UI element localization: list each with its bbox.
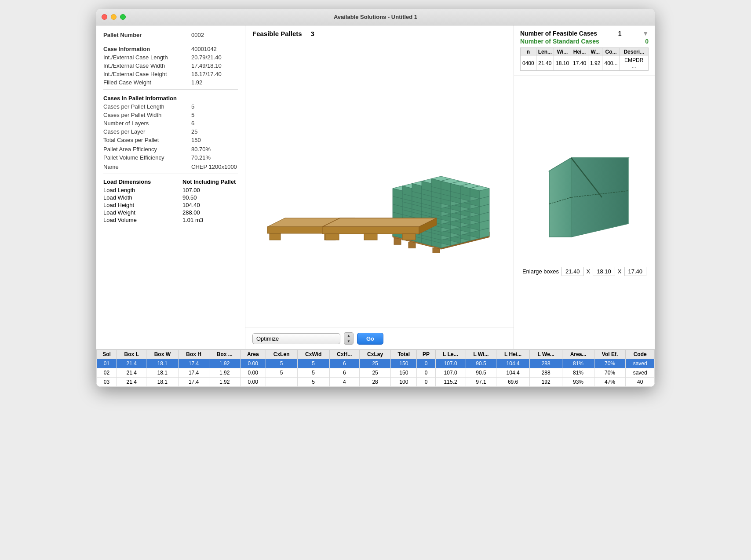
- bottom-table-header-cell: Code: [626, 350, 655, 359]
- cases-table-row[interactable]: 040021.4018.1017.401.92400...EMPDR ...: [521, 56, 649, 71]
- go-button[interactable]: Go: [357, 333, 383, 345]
- table-cell: 1.92: [209, 378, 240, 387]
- stepper-control[interactable]: ▲ ▼: [344, 332, 354, 345]
- int-ext-width-value: 17.49/18.10: [191, 62, 222, 69]
- table-cell: 17.4: [179, 368, 209, 378]
- cases-table-body: 040021.4018.1017.401.92400...EMPDR ...: [521, 56, 649, 71]
- center-bottom-bar: Optimize ▲ ▼ Go: [245, 327, 514, 349]
- table-cell: [266, 378, 297, 387]
- load-length-row: Load Length 107.00 120.00: [103, 187, 238, 193]
- bottom-table: SolBox LBox WBox HBox ...AreaCxLenCxWidC…: [96, 349, 655, 387]
- optimize-select[interactable]: Optimize: [252, 333, 340, 344]
- pallet-wooden-base: [322, 218, 437, 240]
- load-weight-label: Load Weight: [103, 209, 182, 216]
- table-cell: 17.4: [179, 378, 209, 387]
- bottom-table-header-cell: PP: [417, 350, 435, 359]
- bottom-table-header-cell: Box ...: [209, 350, 240, 359]
- bottom-table-header-cell: CxH...: [329, 350, 359, 359]
- titlebar: Available Solutions - Untitled 1: [96, 9, 655, 25]
- name-label: Name: [103, 164, 191, 170]
- standard-cases-count: 0: [645, 38, 649, 45]
- svg-rect-9: [326, 234, 339, 240]
- table-cell: 104.4: [496, 368, 530, 378]
- close-button[interactable]: [102, 14, 107, 20]
- enlarge-x3-value[interactable]: 17.40: [624, 267, 647, 276]
- table-row[interactable]: 0221.418.117.41.920.00556251500107.090.5…: [97, 368, 655, 378]
- table-cell: 01: [97, 359, 117, 368]
- total-cases-row: Total Cases per Pallet 150: [103, 137, 238, 143]
- bottom-table-header-cell: L Hei...: [496, 350, 530, 359]
- load-dimensions-section: Load Dimensions Not Including Pallet Inc…: [103, 178, 238, 223]
- load-height-row: Load Height 104.40 118.90: [103, 202, 238, 208]
- number-layers-value: 6: [191, 120, 194, 127]
- dropdown-arrow-icon[interactable]: ▼: [642, 30, 649, 37]
- case-information-row: Case Information 40001042: [103, 46, 238, 52]
- cases-table-header: nLen...Wi...Hei...W...Co...Descri...: [521, 48, 649, 56]
- bottom-table-body: 0121.418.117.41.920.00556251500107.090.5…: [97, 359, 655, 387]
- load-dimensions-header-row: Load Dimensions Not Including Pallet Inc…: [103, 178, 238, 185]
- minimize-button[interactable]: [111, 14, 117, 20]
- table-cell: 40: [626, 378, 655, 387]
- feasible-pallets-label: Feasible Pallets: [252, 30, 302, 37]
- table-cell: 107.0: [435, 359, 466, 368]
- cases-table-header-cell: Co...: [602, 48, 620, 56]
- table-cell: 18.1: [146, 378, 179, 387]
- bottom-table-header: SolBox LBox WBox HBox ...AreaCxLenCxWidC…: [97, 350, 655, 359]
- load-length-label: Load Length: [103, 187, 182, 193]
- table-row[interactable]: 0321.418.117.41.920.0054281000115.297.16…: [97, 378, 655, 387]
- load-height-nip: 104.40: [182, 202, 245, 208]
- load-width-label: Load Width: [103, 194, 182, 201]
- table-row[interactable]: 0121.418.117.41.920.00556251500107.090.5…: [97, 359, 655, 368]
- int-ext-length-value: 20.79/21.40: [191, 54, 222, 61]
- enlarge-x-value[interactable]: 21.40: [561, 267, 584, 276]
- cases-per-layer-label: Cases per Layer: [103, 128, 191, 135]
- svg-rect-11: [402, 234, 416, 240]
- standard-cases-row: Number of Standard Cases 0: [520, 38, 649, 45]
- table-cell: 25: [359, 359, 390, 368]
- pallet-area-eff-row: Pallet Area Efficiency 80.70%: [103, 146, 238, 153]
- int-ext-height-label: Int./External Case Height: [103, 71, 191, 77]
- enlarge-x2-value[interactable]: 18.10: [593, 267, 615, 276]
- table-cell: 02: [97, 368, 117, 378]
- feasible-cases-label: Number of Feasible Cases: [520, 30, 597, 37]
- feasible-cases-count: 1: [618, 30, 622, 37]
- cases-table-cell: 18.10: [554, 56, 571, 71]
- svg-marker-469: [549, 158, 571, 237]
- table-cell: 107.0: [435, 368, 466, 378]
- enlarge-label: Enlarge boxes: [522, 268, 559, 275]
- cases-table-cell: 1.92: [588, 56, 602, 71]
- standard-cases-label: Number of Standard Cases: [520, 38, 599, 45]
- cases-table-cell: 400...: [602, 56, 620, 71]
- pallet-vol-eff-row: Pallet Volume Efficiency 70.21%: [103, 154, 238, 161]
- cases-table-header-cell: Hei...: [571, 48, 588, 56]
- load-length-nip: 107.00: [182, 187, 245, 193]
- bottom-table-header-cell: Box L: [117, 350, 146, 359]
- svg-rect-10: [364, 234, 377, 240]
- cases-table-cell: 17.40: [571, 56, 588, 71]
- table-cell: 90.5: [466, 359, 496, 368]
- cases-per-width-value: 5: [191, 112, 194, 118]
- bottom-table-header-cell: L Le...: [435, 350, 466, 359]
- table-cell: 81%: [562, 359, 594, 368]
- center-panel: Feasible Pallets 3: [245, 25, 514, 349]
- window-title: Available Solutions - Untitled 1: [334, 14, 417, 20]
- name-value: CHEP 1200x1000: [191, 164, 237, 170]
- table-cell: 93%: [562, 378, 594, 387]
- enlarge-x2-separator: X: [618, 268, 622, 275]
- table-cell: 47%: [594, 378, 626, 387]
- int-ext-width-label: Int./External Case Width: [103, 62, 191, 69]
- load-volume-label: Load Volume: [103, 217, 182, 223]
- cases-per-length-label: Cases per Pallet Length: [103, 103, 191, 110]
- load-volume-nip: 1.01 m3: [182, 217, 245, 223]
- table-cell: 5: [297, 378, 329, 387]
- bottom-table-header-cell: L We...: [529, 350, 562, 359]
- maximize-button[interactable]: [120, 14, 126, 20]
- table-cell: 6: [329, 359, 359, 368]
- table-cell: 1.92: [209, 368, 240, 378]
- cases-table-header-cell: Wi...: [554, 48, 571, 56]
- bottom-table-header-cell: Total: [391, 350, 417, 359]
- load-height-label: Load Height: [103, 202, 182, 208]
- table-cell: 70%: [594, 359, 626, 368]
- feasible-cases-row: Number of Feasible Cases 1 ▼: [520, 30, 649, 37]
- cases-per-length-row: Cases per Pallet Length 5: [103, 103, 238, 110]
